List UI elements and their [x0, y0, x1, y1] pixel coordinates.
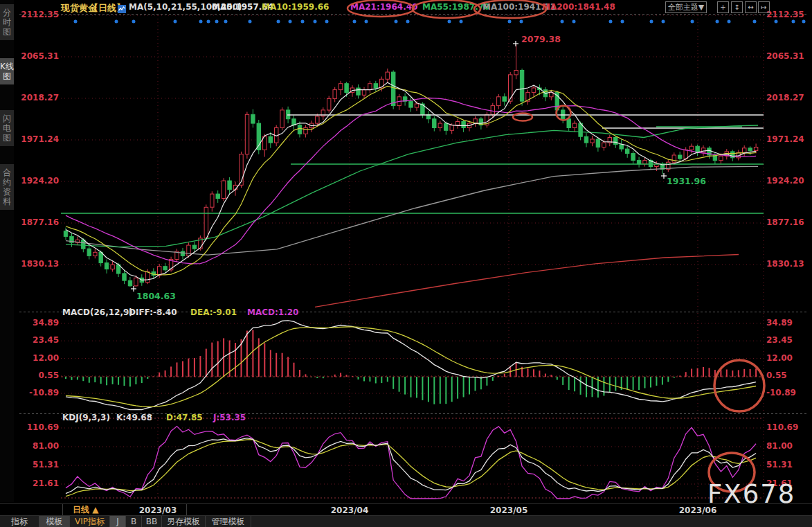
tab-indicators[interactable]: 指标	[0, 516, 39, 527]
ma21-readout: MA21:1964.40	[350, 2, 417, 12]
price-axis-label: -10.89	[20, 388, 59, 398]
price-axis-label: 1924.20	[766, 176, 804, 186]
y-scale-icon[interactable]: ↕	[731, 1, 743, 13]
price-axis-label: 1830.13	[766, 259, 804, 269]
marker-layer: 2079.381931.961804.63	[131, 34, 706, 301]
svg-text:1804.63: 1804.63	[136, 291, 176, 301]
bottom-tabbar: 指标 模板 VIP指标 J B BB 另存模板 管理模板	[0, 515, 812, 527]
price-axis-label: 2112.35	[20, 10, 59, 19]
tab-vip-indicators[interactable]: VIP指标	[70, 516, 110, 527]
trading-app-window: 分时图 K线图 闪电图 合约资料 现货黄金 【日线】 MA(5,10,21,55…	[0, 0, 812, 527]
x-axis-row: 日线 ▲ 2023/03 2023/04 2023/05 2023/06	[0, 503, 812, 516]
tab-manage-template[interactable]: 管理模板	[206, 516, 251, 527]
kdj-layer	[66, 427, 756, 499]
macd-hist-readout: MACD:1.20	[247, 307, 298, 317]
price-axis-label: 34.89	[766, 318, 793, 328]
sidebar-item-time-chart[interactable]: 分时图	[0, 4, 14, 40]
price-axis-label: 1971.24	[766, 134, 804, 144]
x-axis-date: 2023/05	[490, 505, 527, 516]
tab-j[interactable]: J	[110, 516, 126, 527]
price-axis-label: 81.00	[766, 441, 793, 451]
pan-icon[interactable]: +	[717, 1, 729, 13]
price-axis-label: 1924.20	[20, 176, 59, 186]
price-axis-label: 51.31	[766, 460, 793, 470]
price-axis-label: 81.00	[20, 441, 59, 451]
sidebar-item-lightning-chart[interactable]: 闪电图	[0, 110, 14, 146]
chart-canvas[interactable]: 2079.381931.961804.63	[0, 0, 812, 527]
price-axis-label: 1877.16	[20, 217, 59, 227]
x-axis-date: 2023/04	[331, 505, 368, 516]
macd-params-label: MACD(26,12,9)	[62, 307, 133, 317]
tab-save-template[interactable]: 另存模板	[162, 516, 206, 527]
price-axis-label: 110.69	[766, 422, 798, 432]
price-axis-label: 1971.24	[20, 134, 59, 144]
sidebar-item-kline-chart[interactable]: K线图	[0, 58, 14, 84]
detach-icon[interactable]: ↦	[758, 1, 770, 13]
macd-dea-readout: DEA:-9.01	[190, 307, 237, 317]
macd-diff-readout: DIFF:-8.40	[129, 307, 177, 317]
price-axis-label: 1830.13	[20, 259, 59, 269]
theme-dropdown-button[interactable]: 全部主题▼	[665, 1, 707, 13]
gridline-layer	[19, 15, 809, 501]
moving-average-layer	[66, 82, 758, 307]
event-dot-layer	[74, 20, 806, 24]
kline-icon	[118, 3, 126, 16]
price-axis-label: 34.89	[20, 318, 59, 328]
ma10-readout: MA10:1959.66	[262, 2, 329, 12]
price-axis-label: 12.00	[20, 353, 59, 363]
left-sidebar: 分时图 K线图 闪电图 合约资料	[0, 0, 14, 502]
kdj-j-readout: J:53.35	[213, 413, 246, 422]
macd-layer	[66, 321, 756, 410]
tab-bb[interactable]: BB	[142, 516, 162, 527]
price-axis-label: 2112.35	[766, 10, 804, 19]
kdj-k-readout: K:49.68	[116, 413, 152, 422]
price-axis-label: 23.45	[20, 335, 59, 345]
svg-text:2079.38: 2079.38	[521, 34, 561, 44]
price-axis-label: 110.69	[20, 422, 59, 432]
tab-templates[interactable]: 模板	[39, 516, 70, 527]
tab-b[interactable]: B	[126, 516, 142, 527]
price-axis-label: 51.31	[20, 460, 59, 470]
price-axis-label: 2065.31	[766, 51, 804, 61]
price-axis-label: 2065.31	[20, 51, 59, 61]
kdj-d-readout: D:47.85	[166, 413, 203, 422]
kdj-params-label: KDJ(9,3,3)	[62, 413, 110, 422]
trendline-layer	[61, 115, 764, 213]
x-axis-date: 2023/03	[139, 505, 177, 516]
price-axis-label: 0.55	[766, 370, 787, 380]
price-axis-label: 12.00	[766, 353, 793, 363]
ma55-readout: MA55:1987.70	[422, 2, 489, 12]
ellipse-annotation-layer	[348, 0, 764, 492]
fx678-watermark: FX678	[707, 479, 795, 509]
price-axis-label: 2018.27	[20, 93, 59, 102]
price-axis-label: 0.55	[20, 370, 59, 380]
candlestick-layer	[64, 44, 758, 287]
x-scale-icon[interactable]: ↔	[745, 1, 757, 13]
svg-text:1931.96: 1931.96	[667, 176, 706, 186]
price-axis-label: -10.89	[766, 388, 796, 398]
price-axis-label: 2018.27	[766, 93, 804, 102]
ma200-readout: MA200:1841.48	[542, 2, 615, 12]
price-axis-label: 1877.16	[766, 217, 804, 227]
sidebar-item-contract-info[interactable]: 合约资料	[0, 164, 14, 210]
price-axis-label: 21.61	[20, 479, 59, 488]
price-axis-label: 23.45	[766, 335, 793, 345]
